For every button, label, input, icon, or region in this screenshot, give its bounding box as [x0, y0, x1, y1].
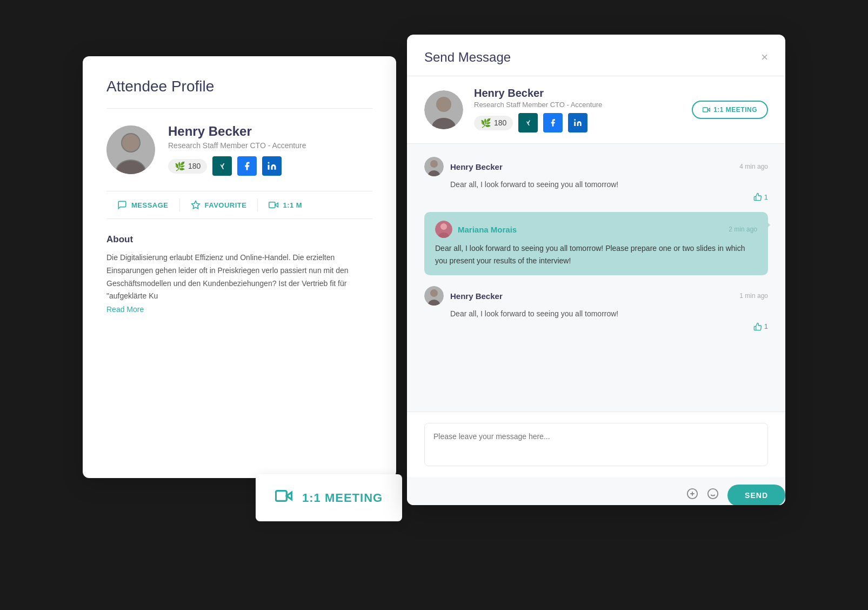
send-button[interactable]: SEND: [727, 485, 785, 505]
action-bar: MESSAGE FAVOURITE 1:1 M: [106, 191, 372, 219]
chat-time-3: 1 min ago: [739, 292, 768, 300]
chat-bubble-header: Mariana Morais 2 min ago: [435, 221, 757, 238]
svg-point-18: [430, 160, 438, 168]
dialog-recipient-info: Henry Becker Research Staff Member CTO -…: [474, 87, 602, 132]
svg-rect-8: [269, 202, 275, 208]
meeting-action[interactable]: 1:1 M: [258, 191, 313, 218]
meeting-banner[interactable]: 1:1 MEETING: [256, 474, 402, 521]
dialog-recipient: Henry Becker Research Staff Member CTO -…: [407, 76, 785, 144]
svg-marker-7: [275, 203, 278, 207]
message-label: MESSAGE: [131, 201, 169, 209]
dialog-title: Send Message: [424, 50, 511, 65]
dialog-linkedin-icon[interactable]: [568, 113, 587, 132]
attach-icon[interactable]: [686, 488, 698, 503]
leaf-icon: 🌿: [175, 161, 185, 171]
svg-point-12: [436, 97, 451, 112]
badges: 🌿 180: [168, 156, 306, 176]
chat-message-1: Henry Becker 4 min ago Dear all, I look …: [424, 157, 768, 201]
xing-social-icon[interactable]: [212, 156, 232, 176]
dialog-meeting-button[interactable]: 1:1 MEETING: [692, 101, 768, 119]
profile-info: Henry Becker Research Staff Member CTO -…: [168, 124, 306, 176]
chat-sender-1: Henry Becker: [450, 162, 503, 171]
svg-point-3: [122, 134, 139, 151]
about-text: Die Digitalisierung erlaubt Effizienz un…: [106, 251, 372, 303]
svg-marker-6: [191, 201, 199, 209]
chat-message-2: Mariana Morais 2 min ago Dear all, I loo…: [424, 212, 768, 275]
chat-message-3-header: Henry Becker 1 min ago: [424, 286, 768, 306]
svg-rect-10: [276, 491, 286, 501]
close-button[interactable]: ×: [761, 51, 768, 63]
message-toolbar: SEND: [407, 477, 785, 505]
about-section: About Die Digitalisierung erlaubt Effizi…: [106, 234, 372, 314]
svg-point-14: [575, 119, 576, 121]
profile-header: Henry Becker Research Staff Member CTO -…: [106, 124, 372, 176]
chat-like-3[interactable]: 1: [450, 322, 768, 331]
svg-point-5: [268, 162, 270, 164]
meeting-label: 1:1 M: [283, 201, 302, 209]
emoji-icon[interactable]: [707, 488, 719, 503]
dialog-avatar: [424, 90, 463, 129]
avatar: [106, 125, 155, 174]
dialog-header: Send Message ×: [407, 35, 785, 76]
linkedin-social-icon[interactable]: [262, 156, 282, 176]
divider: [106, 108, 372, 109]
send-message-dialog: Send Message × Henry Becker Research Sta…: [407, 35, 785, 505]
chat-time-1: 4 min ago: [739, 163, 768, 170]
favourite-label: FAVOURITE: [205, 201, 247, 209]
profile-card-title: Attendee Profile: [106, 78, 372, 95]
recipient-name: Henry Becker: [474, 87, 602, 100]
svg-point-24: [430, 289, 438, 297]
read-more-link[interactable]: Read More: [106, 305, 144, 314]
chat-message-1-header: Henry Becker 4 min ago: [424, 157, 768, 176]
about-heading: About: [106, 234, 372, 245]
chat-body-1: Dear all, I look forward to seeing you a…: [450, 178, 768, 190]
message-input[interactable]: [424, 423, 768, 466]
bubble-body: Dear all, I look forward to seeing you a…: [435, 242, 757, 267]
dialog-eco-badge: 🌿 180: [474, 116, 513, 130]
bubble-sender: Mariana Morais: [458, 225, 517, 234]
meeting-banner-label: 1:1 MEETING: [302, 491, 383, 505]
eco-badge: 🌿 180: [168, 159, 207, 174]
meeting-banner-video-icon: [275, 487, 292, 508]
profile-card: Attendee Profile Henry Becker Research S…: [83, 56, 396, 478]
chat-area: Henry Becker 4 min ago Dear all, I look …: [407, 144, 785, 412]
person-subtitle: Research Staff Member CTO - Accenture: [168, 141, 306, 150]
message-input-area: [407, 412, 785, 477]
facebook-social-icon[interactable]: [237, 156, 257, 176]
dialog-meeting-label: 1:1 MEETING: [713, 106, 757, 114]
chat-avatar-henry-2: [424, 286, 444, 306]
bubble-time: 2 min ago: [729, 226, 757, 233]
chat-sender-3: Henry Becker: [450, 291, 503, 301]
svg-point-29: [708, 489, 718, 499]
chat-body-3: Dear all, I look forward to seeing you a…: [450, 308, 768, 320]
person-name: Henry Becker: [168, 124, 306, 139]
eco-score: 180: [188, 162, 201, 170]
chat-bubble-teal: Mariana Morais 2 min ago Dear all, I loo…: [424, 212, 768, 275]
recipient-subtitle: Research Staff Member CTO - Accenture: [474, 101, 602, 109]
chat-avatar-henry-1: [424, 157, 444, 176]
chat-bubble-avatar-mariana: [435, 221, 452, 238]
dialog-xing-icon[interactable]: [518, 113, 538, 132]
chat-message-3: Henry Becker 1 min ago Dear all, I look …: [424, 286, 768, 330]
chat-like-1[interactable]: 1: [450, 193, 768, 201]
dialog-facebook-icon[interactable]: [543, 113, 563, 132]
message-action[interactable]: MESSAGE: [106, 191, 179, 218]
dialog-badges: 🌿 180: [474, 113, 602, 132]
dialog-eco-score: 180: [494, 118, 506, 127]
dialog-leaf-icon: 🌿: [480, 118, 491, 128]
svg-point-21: [440, 223, 447, 230]
svg-rect-16: [703, 108, 708, 112]
favourite-action[interactable]: FAVOURITE: [180, 191, 258, 218]
